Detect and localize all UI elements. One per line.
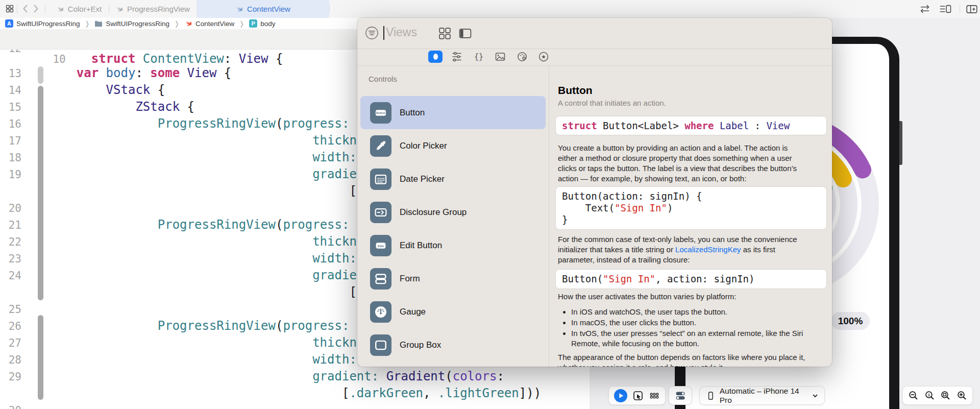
swift-file-icon [184,20,192,27]
code-line: [.darkGreen, .lightGreen])) [0,385,590,402]
breadcrumb-label: body [260,20,275,28]
bullet-item: In macOS, the user clicks the button. [571,318,832,328]
code-line: 30 [0,402,590,409]
library-detail-pane: Button A control that initiates an actio… [549,18,832,367]
zoom-in-button[interactable] [957,390,967,401]
eyedropper-icon [370,135,391,157]
bullet-item: In iOS and watchOS, the user taps the bu… [571,307,832,317]
library-list: Controls Button Button Color Picker Date [357,65,549,367]
swift-file-icon [115,6,124,13]
edit-button-icon: Edit [370,235,391,256]
chevron-right-icon: ❭ [174,20,180,28]
breadcrumb-project[interactable]: A SwiftUIProgressRing [5,19,80,28]
detail-paragraph: The appearance of the button depends on … [558,352,824,367]
text-cursor [383,26,384,40]
editor-tab-bar: Color+Ext ProgressRingView ContentView [0,0,980,18]
preview-run-controls [608,386,666,405]
tab-media-photo-icon[interactable] [493,51,507,63]
button-control-icon: Button [370,102,391,124]
device-selector[interactable]: Automatic – iPhone 14 Pro [699,386,825,405]
disclosure-icon [370,202,391,223]
tab-progressringview[interactable]: ProgressRingView [109,0,197,18]
back-chevron-icon[interactable] [22,4,28,13]
detail-paragraph: For the common case of text-only labels,… [558,234,824,265]
folder-icon [94,20,103,27]
form-icon [370,268,391,290]
bullet-item: In tvOS, the user presses “select” on an… [571,328,832,349]
library-item-group-box[interactable]: Group Box [360,328,546,362]
declaration-box: struct Button<Label> where Label : View [555,116,827,135]
svg-text:Button: Button [376,111,385,114]
grid-view-icon[interactable] [438,27,452,40]
library-item-gauge[interactable]: Gauge [360,295,546,328]
iphone-icon [706,391,716,401]
library-item-color-picker[interactable]: Color Picker [360,129,546,162]
filter-icon[interactable] [364,26,379,40]
chevron-right-icon: ❭ [239,20,244,28]
svg-text:Edit: Edit [378,244,384,247]
breadcrumb-symbol[interactable]: P body [249,19,275,28]
zoom-fit-button[interactable] [940,390,951,401]
library-item-edit-button[interactable]: Edit Edit Button [360,229,546,262]
tab-label: Color+Ext [68,5,102,13]
change-bar [38,315,43,400]
tab-label: ProgressRingView [127,5,190,13]
divider [17,5,17,13]
breadcrumb-label: SwiftUIProgressRing [16,20,80,28]
svg-text:1: 1 [928,393,930,397]
breadcrumb-group[interactable]: SwiftUIProgressRing [94,20,169,28]
variants-grid-button[interactable] [649,390,660,401]
device-settings-pill [669,386,692,405]
gauge-icon [370,301,391,323]
code-line: 29 gradient: Gradient(colors: [0,368,590,385]
selectable-preview-button[interactable] [632,390,644,401]
tab-modifiers-sliders-icon[interactable] [450,51,464,63]
tab-contentview-active[interactable]: ContentView [197,0,329,18]
window-pane-icon[interactable] [458,27,472,40]
swap-arrows-icon[interactable] [919,5,931,13]
divider [960,5,960,13]
library-item-disclosure-group[interactable]: Disclosure Group [360,196,546,229]
app-icon: A [5,19,13,28]
library-item-form[interactable]: Form [360,262,546,295]
forward-chevron-icon[interactable] [33,4,39,13]
tab-color-ext[interactable]: Color+Ext [49,0,109,18]
tab-snippets-braces-icon[interactable]: {} [472,51,486,63]
editor-layout-grid-icon[interactable] [5,4,14,13]
code-example-1: Button(action: signIn) { Text("Sign In")… [555,186,827,230]
swift-file-icon [235,6,243,13]
xcode-window: Color+Ext ProgressRingView ContentView [0,0,980,409]
detail-title: Button [558,84,824,97]
library-popup: Views {} [357,18,832,367]
breadcrumb-file[interactable]: ContentView [184,20,234,28]
minimap-list-icon[interactable] [939,4,952,14]
progress-badge: 100% [831,312,870,330]
code-example-2: Button("Sign In", action: signIn) [555,269,827,289]
tab-colors-palette-icon[interactable] [515,51,529,63]
localizedstringkey-link[interactable]: LocalizedStringKey [675,245,741,254]
breadcrumb-label: SwiftUIProgressRing [106,20,169,28]
section-header: Controls [369,75,397,83]
group-box-icon [370,334,391,356]
calendar-icon [370,169,391,190]
breadcrumb-label: ContentView [195,20,234,28]
tab-views-icon[interactable] [428,51,443,63]
library-item-button[interactable]: Button Button [360,96,546,129]
swift-file-icon [56,6,64,13]
property-icon: P [249,19,257,28]
chevron-right-icon: ❭ [85,20,90,28]
zoom-100-button[interactable]: 1 [924,390,935,401]
divider [329,5,330,13]
add-editor-icon[interactable] [966,4,978,14]
zoom-out-button[interactable] [908,390,919,401]
device-selector-label: Automatic – iPhone 14 Pro [720,387,808,405]
library-item-date-picker[interactable]: Date Picker [360,162,546,196]
search-input[interactable]: Views [386,26,417,39]
platform-bullets: In iOS and watchOS, the user taps the bu… [558,307,832,349]
divider [45,5,45,13]
device-settings-toggles-icon[interactable] [674,390,687,402]
zoom-controls: 1 [902,386,973,405]
detail-paragraph: How the user activates the button varies… [558,292,824,302]
live-preview-play-button[interactable] [614,389,627,402]
tab-label: ContentView [247,5,290,13]
